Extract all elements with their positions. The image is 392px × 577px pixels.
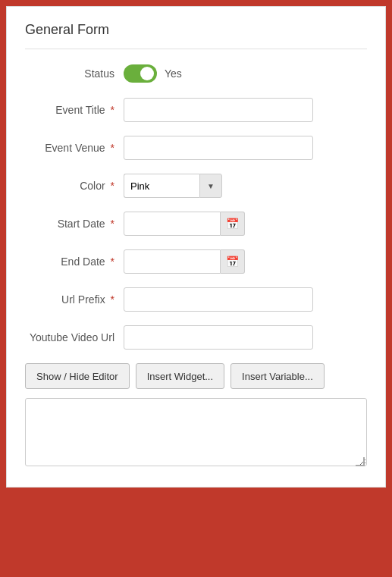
button-row: Show / Hide Editor Insert Widget... Inse… [25,363,367,389]
start-date-label: Start Date * [25,218,124,230]
start-date-calendar-button[interactable]: 📅 [221,212,245,236]
page-title: General Form [25,22,367,38]
url-prefix-label: Url Prefix * [25,293,124,306]
show-hide-editor-button[interactable]: Show / Hide Editor [25,363,130,389]
end-date-wrapper: 📅 [124,249,245,274]
end-date-input[interactable] [124,249,221,274]
calendar-icon: 📅 [226,256,239,268]
event-venue-input[interactable] [124,136,313,160]
start-date-required: * [111,218,114,230]
editor-textarea[interactable] [25,398,367,466]
chevron-down-icon: ▼ [207,182,215,190]
outer-border: General Form Status Yes Event Title * [0,0,392,577]
url-prefix-row: Url Prefix * [25,287,367,312]
status-toggle[interactable] [124,64,157,83]
calendar-icon: 📅 [226,218,239,230]
color-dropdown-button[interactable]: ▼ [199,174,222,198]
status-toggle-yes-label: Yes [165,67,182,80]
url-prefix-required: * [111,293,114,306]
insert-variable-button[interactable]: Insert Variable... [230,363,325,389]
toggle-wrapper: Yes [124,64,182,83]
divider [25,49,367,49]
color-select[interactable]: Pink Red Blue Green Yellow [124,174,199,198]
color-row: Color * Pink Red Blue Green Yellow ▼ [25,174,367,198]
event-title-label: Event Title * [25,104,124,116]
youtube-url-label: Youtube Video Url [25,331,124,343]
toggle-slider [124,64,157,83]
event-venue-row: Event Venue * [25,136,367,160]
url-prefix-input[interactable] [124,287,313,312]
card: General Form Status Yes Event Title * [6,6,386,488]
start-date-row: Start Date * 📅 [25,212,367,236]
youtube-url-input[interactable] [124,325,313,350]
end-date-row: End Date * 📅 [25,249,367,274]
editor-wrapper [25,398,367,469]
event-title-required: * [111,104,114,116]
youtube-url-row: Youtube Video Url [25,325,367,350]
color-required: * [111,180,114,192]
end-date-calendar-button[interactable]: 📅 [221,249,245,274]
event-title-row: Event Title * [25,98,367,122]
end-date-required: * [111,256,114,268]
start-date-wrapper: 📅 [124,212,245,236]
color-label: Color * [25,180,124,192]
end-date-label: End Date * [25,256,124,268]
start-date-input[interactable] [124,212,221,236]
insert-widget-button[interactable]: Insert Widget... [136,363,224,389]
status-label: Status [25,67,124,80]
color-select-wrapper: Pink Red Blue Green Yellow ▼ [124,174,222,198]
status-row: Status Yes [25,64,367,83]
event-venue-label: Event Venue * [25,142,124,154]
event-title-input[interactable] [124,98,313,122]
event-venue-required: * [111,142,114,154]
